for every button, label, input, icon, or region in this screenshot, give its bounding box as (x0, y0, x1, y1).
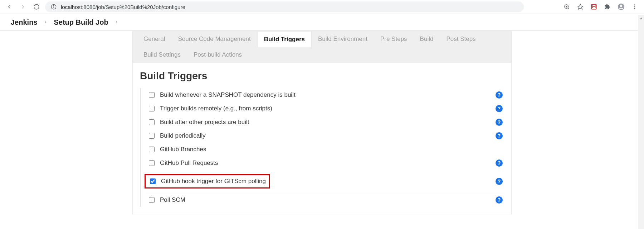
trigger-row-periodic: Build periodically ? (146, 129, 504, 143)
zoom-icon[interactable] (563, 3, 570, 10)
tab-build-environment[interactable]: Build Environment (312, 31, 374, 47)
scroll-up-icon[interactable]: ▲ (638, 15, 644, 21)
help-icon[interactable]: ? (496, 159, 503, 167)
help-icon[interactable]: ? (496, 119, 503, 126)
extensions-icon[interactable] (604, 3, 611, 10)
trigger-row-prs: GitHub Pull Requests ? (146, 156, 504, 170)
trigger-label[interactable]: Trigger builds remotely (e.g., from scri… (147, 105, 272, 113)
tabs-container: General Source Code Management Build Tri… (132, 31, 512, 63)
section-title: Build Triggers (140, 70, 504, 82)
svg-point-12 (634, 6, 635, 8)
checkbox-branches[interactable] (149, 147, 155, 152)
tab-post-build-actions[interactable]: Post-build Actions (187, 47, 248, 63)
trigger-text: Build whenever a SNAPSHOT dependency is … (160, 91, 296, 99)
tab-pre-steps[interactable]: Pre Steps (374, 31, 414, 47)
trigger-label[interactable]: Poll SCM (147, 196, 185, 204)
trigger-text: GitHub Pull Requests (160, 159, 218, 167)
content: Build Triggers Build whenever a SNAPSHOT… (132, 63, 512, 214)
trigger-row-after: Build after other projects are built ? (146, 115, 504, 129)
breadcrumb: Jenkins Setup Build Job (0, 14, 644, 31)
trigger-row-pollscm: Poll SCM ? (146, 193, 504, 207)
trigger-text: Trigger builds remotely (e.g., from scri… (160, 105, 272, 112)
vertical-scrollbar[interactable]: ▲ (638, 15, 644, 214)
trigger-text: Build periodically (160, 132, 206, 139)
help-icon[interactable]: ? (496, 196, 503, 204)
browser-chrome: localhost:8080/job/Setup%20Build%20Job/c… (0, 0, 644, 14)
help-icon[interactable]: ? (496, 132, 503, 139)
back-icon[interactable] (6, 3, 13, 10)
address-bar[interactable]: localhost:8080/job/Setup%20Build%20Job/c… (45, 1, 524, 12)
svg-point-11 (634, 4, 635, 5)
help-icon[interactable]: ? (496, 105, 503, 112)
highlight-box: GitHub hook trigger for GITScm polling (145, 174, 270, 189)
config-panel: General Source Code Management Build Tri… (132, 31, 512, 214)
chrome-menu-icon[interactable] (631, 3, 638, 10)
help-icon[interactable]: ? (496, 178, 503, 185)
tab-build-triggers[interactable]: Build Triggers (257, 31, 312, 47)
trigger-label[interactable]: Build whenever a SNAPSHOT dependency is … (147, 91, 296, 99)
trigger-text: Poll SCM (160, 196, 185, 204)
checkbox-github-hook[interactable] (150, 178, 156, 184)
trigger-label[interactable]: Build after other projects are built (147, 118, 249, 126)
checkbox-periodic[interactable] (149, 133, 155, 139)
trigger-row-remote: Trigger builds remotely (e.g., from scri… (146, 102, 504, 115)
tab-scm[interactable]: Source Code Management (171, 31, 257, 47)
tab-post-steps[interactable]: Post Steps (440, 31, 482, 47)
url-text: localhost:8080/job/Setup%20Build%20Job/c… (61, 4, 185, 10)
breadcrumb-item[interactable]: Setup Build Job (54, 18, 108, 27)
tab-general[interactable]: General (137, 31, 171, 47)
profile-icon[interactable] (618, 3, 625, 10)
trigger-label[interactable]: GitHub Branches (147, 145, 206, 153)
star-icon[interactable] (577, 3, 584, 10)
site-info-icon[interactable] (50, 3, 57, 10)
trigger-row-hook: GitHub hook trigger for GITScm polling ? (146, 170, 504, 193)
checkbox-remote[interactable] (149, 106, 155, 111)
chevron-right-icon (115, 20, 118, 24)
svg-line-4 (568, 8, 569, 9)
chrome-right-icons (563, 3, 640, 10)
checkbox-prs[interactable] (149, 160, 155, 166)
tab-build[interactable]: Build (414, 31, 440, 47)
svg-point-10 (620, 5, 623, 7)
checkbox-pollscm[interactable] (149, 197, 155, 203)
forward-icon[interactable] (19, 3, 26, 10)
breadcrumb-root[interactable]: Jenkins (11, 18, 37, 27)
svg-point-13 (634, 8, 635, 9)
reload-icon[interactable] (33, 3, 40, 10)
checkbox-snapshot[interactable] (149, 92, 155, 98)
trigger-label[interactable]: GitHub Pull Requests (147, 159, 218, 167)
page-body: General Source Code Management Build Tri… (0, 31, 644, 214)
mcafee-icon[interactable] (590, 3, 597, 10)
trigger-text: GitHub Branches (160, 146, 206, 153)
checkbox-after[interactable] (149, 119, 155, 125)
chevron-right-icon (44, 20, 47, 24)
trigger-row-snapshot: Build whenever a SNAPSHOT dependency is … (146, 88, 504, 102)
trigger-label[interactable]: Build periodically (147, 132, 206, 140)
tabs: General Source Code Management Build Tri… (133, 31, 511, 63)
help-icon[interactable]: ? (496, 91, 503, 99)
tab-build-settings[interactable]: Build Settings (137, 47, 187, 63)
trigger-text: GitHub hook trigger for GITScm polling (161, 178, 266, 185)
svg-marker-7 (578, 4, 583, 9)
build-triggers-list: Build whenever a SNAPSHOT dependency is … (140, 88, 504, 207)
svg-point-2 (53, 5, 54, 6)
trigger-text: Build after other projects are built (160, 119, 249, 126)
trigger-label[interactable]: GitHub hook trigger for GITScm polling (148, 177, 266, 185)
nav-buttons (4, 3, 40, 10)
trigger-row-branches: GitHub Branches (146, 143, 504, 156)
